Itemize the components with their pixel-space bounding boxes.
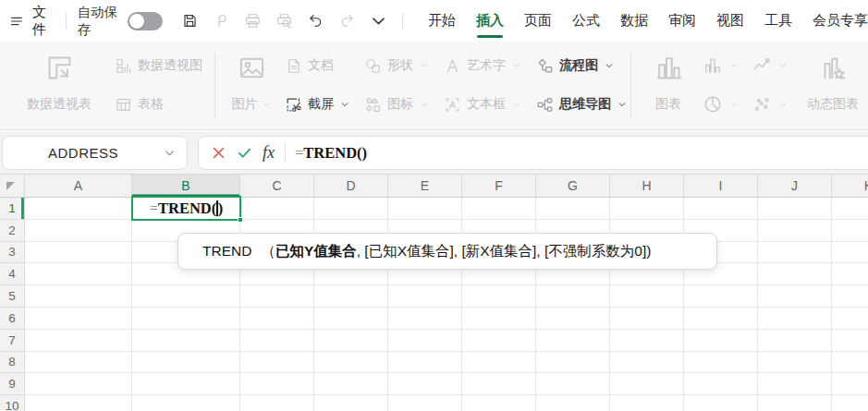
column-header-G[interactable]: G <box>536 175 610 198</box>
cell-H9[interactable] <box>610 373 684 395</box>
cell-G6[interactable] <box>536 308 610 330</box>
cell-J1[interactable] <box>758 198 832 220</box>
cell-I9[interactable] <box>684 373 758 395</box>
row-header-2[interactable]: 2 <box>0 220 25 242</box>
cell-E8[interactable] <box>388 352 462 374</box>
name-box[interactable]: ADDRESS <box>2 136 188 170</box>
ribbon-item-mindmap[interactable]: 思维导图 <box>536 92 627 116</box>
cell-B6[interactable] <box>132 308 240 330</box>
tab-审阅[interactable]: 审阅 <box>668 12 696 30</box>
cell-D6[interactable] <box>314 308 388 330</box>
tab-会员专享[interactable]: 会员专享 <box>813 12 868 30</box>
cell-F7[interactable] <box>462 330 536 352</box>
cell-E7[interactable] <box>388 330 462 352</box>
cell-B7[interactable] <box>132 330 240 352</box>
tab-视图[interactable]: 视图 <box>716 12 744 30</box>
cell-E1[interactable] <box>388 198 462 220</box>
cell-J9[interactable] <box>758 373 832 395</box>
cell-F9[interactable] <box>462 373 536 395</box>
row-header-9[interactable]: 9 <box>0 373 25 395</box>
undo-icon[interactable] <box>307 12 324 30</box>
cell-H10[interactable] <box>610 395 684 411</box>
cell-F10[interactable] <box>462 395 536 411</box>
cell-I6[interactable] <box>684 308 758 330</box>
file-menu-button[interactable]: 文件 <box>32 4 55 39</box>
column-header-I[interactable]: I <box>684 175 758 198</box>
cell-J5[interactable] <box>758 285 832 308</box>
cell-A4[interactable] <box>25 263 132 285</box>
cell-H6[interactable] <box>610 308 684 330</box>
cell-G9[interactable] <box>536 373 610 395</box>
row-header-7[interactable]: 7 <box>0 330 25 352</box>
cell-K7[interactable] <box>832 330 868 352</box>
row-header-6[interactable]: 6 <box>0 308 25 330</box>
cell-E5[interactable] <box>388 285 462 308</box>
cell-B5[interactable] <box>132 285 240 308</box>
tab-工具[interactable]: 工具 <box>764 12 792 30</box>
cell-C1[interactable] <box>240 198 314 220</box>
cell-I8[interactable] <box>684 352 758 374</box>
cell-G10[interactable] <box>536 395 610 411</box>
cell-H5[interactable] <box>610 285 684 308</box>
cell-J4[interactable] <box>758 263 832 285</box>
column-header-K[interactable]: K <box>832 175 868 198</box>
save-icon[interactable] <box>181 12 199 30</box>
cell-G5[interactable] <box>536 285 610 308</box>
cell-H1[interactable] <box>610 198 684 220</box>
cell-C7[interactable] <box>240 330 314 352</box>
column-header-A[interactable]: A <box>25 175 132 198</box>
chevron-down-icon[interactable] <box>164 147 176 159</box>
cell-G7[interactable] <box>536 330 610 352</box>
cell-I10[interactable] <box>684 395 758 411</box>
cell-D5[interactable] <box>314 285 388 308</box>
cell-J10[interactable] <box>758 395 832 411</box>
cell-C8[interactable] <box>240 352 314 374</box>
cell-G8[interactable] <box>536 352 610 374</box>
cell-K3[interactable] <box>832 242 868 264</box>
active-cell-B1[interactable]: =TREND() <box>131 196 241 221</box>
cell-D1[interactable] <box>314 198 388 220</box>
cell-D10[interactable] <box>314 395 388 411</box>
cell-B9[interactable] <box>132 373 240 395</box>
select-all-corner[interactable] <box>0 175 25 198</box>
column-header-F[interactable]: F <box>462 175 536 198</box>
column-header-H[interactable]: H <box>610 175 684 198</box>
column-header-J[interactable]: J <box>758 175 832 198</box>
cell-K8[interactable] <box>832 352 868 374</box>
tab-数据[interactable]: 数据 <box>620 12 648 30</box>
column-header-B[interactable]: B <box>132 175 240 198</box>
column-header-E[interactable]: E <box>388 175 462 198</box>
row-header-3[interactable]: 3 <box>0 242 25 264</box>
tab-插入[interactable]: 插入 <box>476 12 504 30</box>
cell-K5[interactable] <box>832 285 868 308</box>
cell-E9[interactable] <box>388 373 462 395</box>
toolbar-more-icon[interactable] <box>370 12 387 30</box>
cell-J3[interactable] <box>758 242 832 264</box>
cell-A6[interactable] <box>25 308 132 330</box>
cell-F1[interactable] <box>462 198 536 220</box>
fill-handle[interactable] <box>238 217 243 223</box>
cell-I1[interactable] <box>684 198 758 220</box>
cell-A10[interactable] <box>25 395 132 411</box>
ribbon-item-screenshot[interactable]: 截屏 <box>285 92 349 116</box>
cell-F8[interactable] <box>462 352 536 374</box>
cell-D7[interactable] <box>314 330 388 352</box>
cell-D9[interactable] <box>314 373 388 395</box>
cell-C9[interactable] <box>240 373 314 395</box>
insert-function-button[interactable]: fx <box>263 143 275 163</box>
cell-A8[interactable] <box>25 352 132 374</box>
cell-C6[interactable] <box>240 308 314 330</box>
hamburger-menu-icon[interactable] <box>9 12 24 30</box>
cell-A2[interactable] <box>25 220 132 242</box>
row-header-1[interactable]: 1 <box>0 198 25 220</box>
cell-A7[interactable] <box>25 330 132 352</box>
cell-J2[interactable] <box>758 220 832 242</box>
cell-K2[interactable] <box>832 220 868 242</box>
cell-K10[interactable] <box>832 395 868 411</box>
cell-K4[interactable] <box>832 263 868 285</box>
tab-页面[interactable]: 页面 <box>524 12 552 30</box>
cell-E6[interactable] <box>388 308 462 330</box>
cell-A3[interactable] <box>25 242 132 264</box>
cell-I7[interactable] <box>684 330 758 352</box>
cell-C10[interactable] <box>240 395 314 411</box>
